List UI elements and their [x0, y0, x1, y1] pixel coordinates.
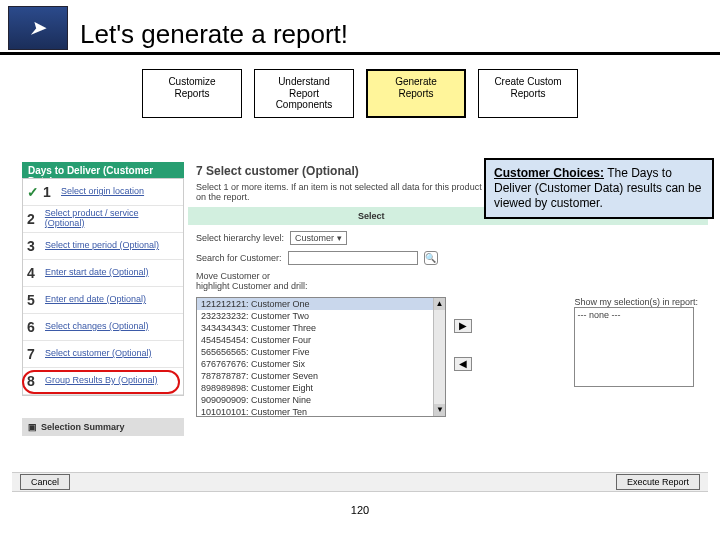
step-8[interactable]: 8Group Results By (Optional) — [23, 368, 183, 395]
callout-heading: Customer Choices: — [494, 166, 604, 180]
list-item[interactable]: 101010101: Customer Ten — [197, 406, 445, 417]
scroll-down-icon[interactable]: ▼ — [434, 404, 446, 416]
tab-generate-reports[interactable]: Generate Reports — [366, 69, 466, 118]
search-label: Search for Customer: — [196, 253, 282, 263]
slide-title: Let's generate a report! — [80, 19, 348, 50]
step-4[interactable]: 4Enter start date (Optional) — [23, 260, 183, 287]
tab-understand-components[interactable]: Understand Report Components — [254, 69, 354, 118]
tab-create-custom[interactable]: Create Custom Reports — [478, 69, 578, 118]
remove-arrow-button[interactable]: ◀ — [454, 357, 472, 371]
step-2[interactable]: 2Select product / service (Optional) — [23, 206, 183, 233]
section-tabs: Customize Reports Understand Report Comp… — [0, 69, 720, 118]
search-row: Search for Customer: 🔍 — [196, 251, 708, 265]
selection-listbox[interactable]: --- none --- — [574, 307, 694, 387]
list-item[interactable]: 565656565: Customer Five — [197, 346, 445, 358]
selection-summary-bar[interactable]: ▣ Selection Summary — [22, 418, 184, 436]
wizard-steps: ✓1Select origin location 2Select product… — [22, 178, 184, 396]
usps-logo: ➤ — [8, 6, 68, 50]
scroll-up-icon[interactable]: ▲ — [434, 298, 445, 310]
hierarchy-row: Select hierarchy level: Customer — [196, 231, 708, 245]
list-item[interactable]: 343434343: Customer Three — [197, 322, 445, 334]
checkmark-icon: ✓ — [27, 184, 39, 200]
move-label: Move Customer or highlight Customer and … — [196, 271, 708, 291]
list-item[interactable]: 454545454: Customer Four — [197, 334, 445, 346]
step-1[interactable]: ✓1Select origin location — [23, 179, 183, 206]
eagle-icon: ➤ — [29, 17, 48, 39]
add-arrow-button[interactable]: ▶ — [454, 319, 472, 333]
transfer-arrows: ▶ ◀ — [454, 319, 472, 371]
slide-header: ➤ Let's generate a report! — [0, 0, 720, 55]
list-item[interactable]: 787878787: Customer Seven — [197, 370, 445, 382]
step-5[interactable]: 5Enter end date (Optional) — [23, 287, 183, 314]
hierarchy-label: Select hierarchy level: — [196, 233, 284, 243]
expand-icon: ▣ — [28, 422, 37, 432]
page-number: 120 — [351, 504, 369, 516]
list-item[interactable]: 898989898: Customer Eight — [197, 382, 445, 394]
cancel-button[interactable]: Cancel — [20, 474, 70, 490]
annotation-callout: Customer Choices: The Days to Deliver (C… — [484, 158, 714, 219]
customer-listbox[interactable]: 121212121: Customer One 232323232: Custo… — [196, 297, 446, 417]
report-footer: Cancel Execute Report — [12, 472, 708, 492]
step-6[interactable]: 6Select changes (Optional) — [23, 314, 183, 341]
step-7[interactable]: 7Select customer (Optional) — [23, 341, 183, 368]
search-icon[interactable]: 🔍 — [424, 251, 438, 265]
bottom-stripe — [0, 522, 720, 540]
list-item[interactable]: 121212121: Customer One — [197, 298, 445, 310]
listbox-scrollbar[interactable]: ▲ ▼ — [433, 298, 445, 416]
list-item[interactable]: 232323232: Customer Two — [197, 310, 445, 322]
list-item[interactable]: 909090909: Customer Nine — [197, 394, 445, 406]
execute-report-button[interactable]: Execute Report — [616, 474, 700, 490]
step-3[interactable]: 3Select time period (Optional) — [23, 233, 183, 260]
list-item[interactable]: 676767676: Customer Six — [197, 358, 445, 370]
tab-customize-reports[interactable]: Customize Reports — [142, 69, 242, 118]
hierarchy-dropdown[interactable]: Customer — [290, 231, 347, 245]
search-input[interactable] — [288, 251, 418, 265]
show-selection-label: Show my selection(s) in report: — [574, 297, 698, 307]
